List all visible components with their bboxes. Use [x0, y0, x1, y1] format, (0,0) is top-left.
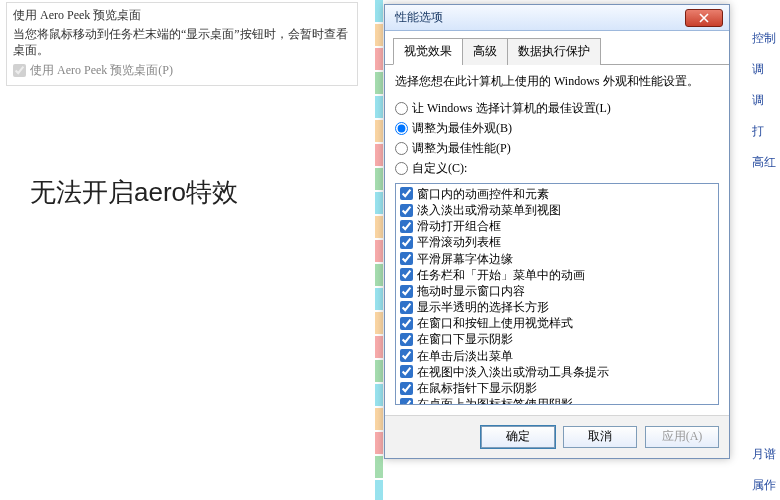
- list-item-checkbox[interactable]: [400, 268, 413, 281]
- list-item-checkbox[interactable]: [400, 301, 413, 314]
- radio-label: 让 Windows 选择计算机的最佳设置(L): [412, 100, 611, 117]
- dialog-buttons: 确定 取消 应用(A): [385, 415, 729, 458]
- list-item[interactable]: 拖动时显示窗口内容: [400, 283, 714, 299]
- radio-label: 调整为最佳外观(B): [412, 120, 512, 137]
- performance-options-dialog: 性能选项 视觉效果 高级 数据执行保护 选择您想在此计算机上使用的 Window…: [384, 4, 730, 459]
- decorative-stripe: [375, 0, 383, 500]
- list-item[interactable]: 显示半透明的选择长方形: [400, 299, 714, 315]
- list-item[interactable]: 在桌面上为图标标签使用阴影: [400, 396, 714, 405]
- side-link[interactable]: 调: [752, 92, 776, 109]
- list-item[interactable]: 窗口内的动画控件和元素: [400, 186, 714, 202]
- radio-input[interactable]: [395, 162, 408, 175]
- close-icon: [699, 13, 709, 23]
- aero-peek-checkbox-row[interactable]: 使用 Aero Peek 预览桌面(P): [13, 62, 351, 79]
- aero-peek-panel: 使用 Aero Peek 预览桌面 当您将鼠标移动到任务栏末端的“显示桌面”按钮…: [6, 2, 358, 86]
- side-links-top: 控制 调 调 打 高红: [752, 30, 776, 171]
- list-item-label: 淡入淡出或滑动菜单到视图: [417, 202, 561, 218]
- radio-option-0[interactable]: 让 Windows 选择计算机的最佳设置(L): [395, 100, 719, 117]
- list-item-label: 显示半透明的选择长方形: [417, 299, 549, 315]
- aero-peek-checkbox-label: 使用 Aero Peek 预览桌面(P): [30, 62, 173, 79]
- radio-option-2[interactable]: 调整为最佳性能(P): [395, 140, 719, 157]
- side-link[interactable]: 属作: [752, 477, 776, 494]
- list-item[interactable]: 滑动打开组合框: [400, 218, 714, 234]
- list-item[interactable]: 在窗口下显示阴影: [400, 331, 714, 347]
- list-item-checkbox[interactable]: [400, 252, 413, 265]
- side-link[interactable]: 月谱: [752, 446, 776, 463]
- dialog-titlebar[interactable]: 性能选项: [385, 5, 729, 31]
- list-item-label: 平滑滚动列表框: [417, 234, 501, 250]
- list-item[interactable]: 在窗口和按钮上使用视觉样式: [400, 315, 714, 331]
- list-item-label: 拖动时显示窗口内容: [417, 283, 525, 299]
- list-item-label: 在单击后淡出菜单: [417, 348, 513, 364]
- side-link[interactable]: 高红: [752, 154, 776, 171]
- list-item[interactable]: 任务栏和「开始」菜单中的动画: [400, 267, 714, 283]
- page-caption: 无法开启aero特效: [30, 175, 238, 210]
- tab-strip: 视觉效果 高级 数据执行保护: [385, 31, 729, 65]
- side-link[interactable]: 调: [752, 61, 776, 78]
- tab-dep[interactable]: 数据执行保护: [507, 38, 601, 65]
- list-item-label: 任务栏和「开始」菜单中的动画: [417, 267, 585, 283]
- panel-description: 当您将鼠标移动到任务栏末端的“显示桌面”按钮时，会暂时查看桌面。: [13, 26, 351, 58]
- radio-input[interactable]: [395, 122, 408, 135]
- list-item-label: 在视图中淡入淡出或滑动工具条提示: [417, 364, 609, 380]
- side-link[interactable]: 打: [752, 123, 776, 140]
- cancel-button[interactable]: 取消: [563, 426, 637, 448]
- list-item-label: 在窗口下显示阴影: [417, 331, 513, 347]
- list-item-label: 平滑屏幕字体边缘: [417, 251, 513, 267]
- radio-label: 调整为最佳性能(P): [412, 140, 511, 157]
- aero-peek-checkbox[interactable]: [13, 64, 26, 77]
- apply-button[interactable]: 应用(A): [645, 426, 719, 448]
- radio-input[interactable]: [395, 142, 408, 155]
- side-link[interactable]: 控制: [752, 30, 776, 47]
- list-item[interactable]: 在鼠标指针下显示阴影: [400, 380, 714, 396]
- list-item-checkbox[interactable]: [400, 333, 413, 346]
- dialog-title: 性能选项: [395, 9, 443, 26]
- panel-title: 使用 Aero Peek 预览桌面: [13, 7, 351, 24]
- list-item-checkbox[interactable]: [400, 285, 413, 298]
- list-item[interactable]: 平滑滚动列表框: [400, 234, 714, 250]
- tab-advanced[interactable]: 高级: [462, 38, 508, 65]
- visual-effects-list[interactable]: 窗口内的动画控件和元素淡入淡出或滑动菜单到视图滑动打开组合框平滑滚动列表框平滑屏…: [395, 183, 719, 405]
- ok-button[interactable]: 确定: [481, 426, 555, 448]
- list-item-label: 在桌面上为图标标签使用阴影: [417, 396, 573, 405]
- radio-option-3[interactable]: 自定义(C):: [395, 160, 719, 177]
- list-item-checkbox[interactable]: [400, 317, 413, 330]
- list-item-label: 滑动打开组合框: [417, 218, 501, 234]
- list-item-checkbox[interactable]: [400, 220, 413, 233]
- list-item-checkbox[interactable]: [400, 382, 413, 395]
- list-item-checkbox[interactable]: [400, 236, 413, 249]
- tab-body: 选择您想在此计算机上使用的 Windows 外观和性能设置。 让 Windows…: [385, 65, 729, 415]
- list-item-checkbox[interactable]: [400, 349, 413, 362]
- list-item[interactable]: 在单击后淡出菜单: [400, 348, 714, 364]
- list-item[interactable]: 在视图中淡入淡出或滑动工具条提示: [400, 364, 714, 380]
- intro-text: 选择您想在此计算机上使用的 Windows 外观和性能设置。: [395, 73, 719, 90]
- close-button[interactable]: [685, 9, 723, 27]
- radio-input[interactable]: [395, 102, 408, 115]
- tab-visual-effects[interactable]: 视觉效果: [393, 38, 463, 65]
- list-item-checkbox[interactable]: [400, 204, 413, 217]
- list-item[interactable]: 淡入淡出或滑动菜单到视图: [400, 202, 714, 218]
- side-links-bottom: 月谱 属作: [752, 446, 776, 494]
- list-item-label: 在窗口和按钮上使用视觉样式: [417, 315, 573, 331]
- radio-option-1[interactable]: 调整为最佳外观(B): [395, 120, 719, 137]
- list-item-checkbox[interactable]: [400, 187, 413, 200]
- list-item-label: 在鼠标指针下显示阴影: [417, 380, 537, 396]
- list-item-checkbox[interactable]: [400, 365, 413, 378]
- list-item-checkbox[interactable]: [400, 398, 413, 405]
- radio-label: 自定义(C):: [412, 160, 467, 177]
- list-item[interactable]: 平滑屏幕字体边缘: [400, 251, 714, 267]
- list-item-label: 窗口内的动画控件和元素: [417, 186, 549, 202]
